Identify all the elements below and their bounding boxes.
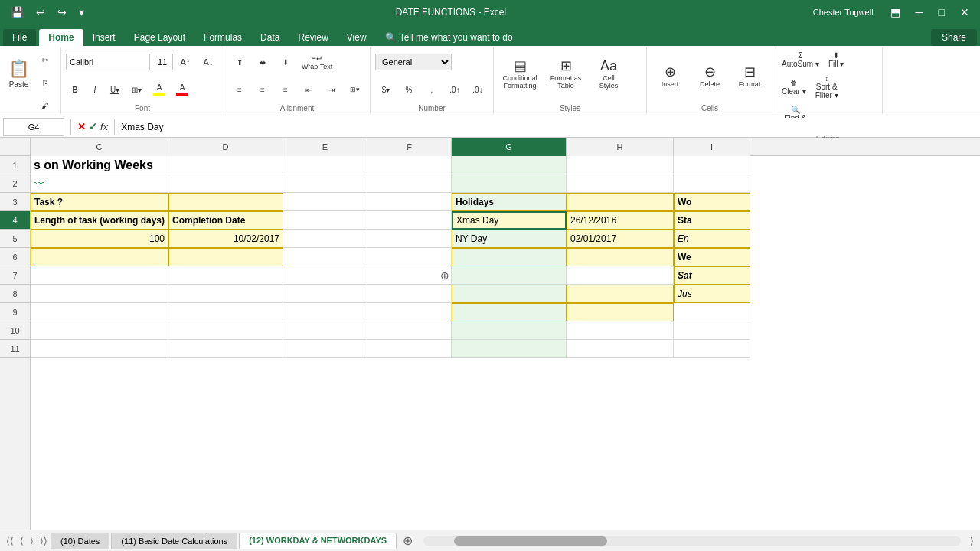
cell-d3[interactable] bbox=[168, 193, 283, 211]
decrease-font-button[interactable]: A↓ bbox=[198, 51, 219, 73]
row-header-11[interactable]: 11 bbox=[0, 340, 30, 358]
format-as-table-button[interactable]: ⊞ Format asTable bbox=[544, 49, 587, 98]
clear-button[interactable]: 🗑 Clear ▾ bbox=[778, 77, 810, 98]
col-header-g[interactable]: G bbox=[452, 138, 567, 156]
tab-review[interactable]: Review bbox=[289, 29, 337, 46]
cell-g8[interactable] bbox=[452, 285, 567, 303]
row-header-6[interactable]: 6 bbox=[0, 248, 30, 266]
cell-e5[interactable] bbox=[283, 230, 368, 248]
col-header-i[interactable]: I bbox=[674, 138, 750, 156]
cell-g3[interactable]: Holidays bbox=[452, 193, 567, 211]
cell-d6[interactable] bbox=[168, 248, 283, 266]
cell-f6[interactable] bbox=[368, 248, 452, 266]
cell-f7[interactable]: ⊕ bbox=[368, 266, 452, 285]
cell-styles-button[interactable]: Aa CellStyles bbox=[590, 49, 627, 98]
cell-h9[interactable] bbox=[567, 303, 674, 321]
tab-page-layout[interactable]: Page Layout bbox=[125, 29, 194, 46]
sheet-first-button[interactable]: ⟨⟨ bbox=[3, 534, 17, 548]
col-header-d[interactable]: D bbox=[168, 138, 283, 156]
align-top-button[interactable]: ⬆ bbox=[229, 51, 250, 73]
undo-button[interactable]: ↩ bbox=[31, 5, 50, 20]
cell-i3[interactable]: Wo bbox=[674, 193, 750, 211]
cell-e1[interactable] bbox=[283, 156, 368, 174]
tab-file[interactable]: File bbox=[3, 29, 36, 46]
fx-label[interactable]: fx bbox=[100, 121, 108, 132]
cell-g2[interactable] bbox=[452, 174, 567, 193]
font-name-input[interactable] bbox=[66, 54, 150, 70]
cell-g7[interactable] bbox=[452, 266, 567, 285]
cell-h5[interactable]: 02/01/2017 bbox=[567, 230, 674, 248]
cell-d7[interactable] bbox=[168, 266, 283, 285]
sheet-prev-button[interactable]: ⟨ bbox=[17, 534, 27, 548]
hscroll-thumb[interactable] bbox=[454, 536, 607, 546]
sort-filter-button[interactable]: ↕ Sort &Filter ▾ bbox=[812, 72, 842, 102]
cell-i4[interactable]: Sta bbox=[674, 211, 750, 230]
tab-view[interactable]: View bbox=[338, 29, 376, 46]
percent-button[interactable]: % bbox=[398, 79, 420, 100]
close-button[interactable]: ✕ bbox=[956, 5, 974, 20]
cell-f2[interactable] bbox=[368, 174, 452, 193]
restore-button[interactable]: □ bbox=[934, 5, 949, 20]
cell-f4[interactable] bbox=[368, 211, 452, 230]
cell-e3[interactable] bbox=[283, 193, 368, 211]
cell-g1[interactable] bbox=[452, 156, 567, 174]
cell-d1[interactable] bbox=[168, 156, 283, 174]
tab-data[interactable]: Data bbox=[251, 29, 289, 46]
col-header-h[interactable]: H bbox=[567, 138, 674, 156]
cell-d10[interactable] bbox=[168, 321, 283, 340]
font-size-input[interactable] bbox=[152, 54, 173, 70]
cell-d8[interactable] bbox=[168, 285, 283, 303]
italic-button[interactable]: I bbox=[86, 79, 104, 100]
cell-c3[interactable]: Task ? bbox=[31, 193, 168, 211]
row-header-9[interactable]: 9 bbox=[0, 303, 30, 321]
cell-d2[interactable] bbox=[168, 174, 283, 193]
align-middle-button[interactable]: ⬌ bbox=[252, 51, 273, 73]
row-header-4[interactable]: 4 bbox=[0, 211, 30, 230]
fill-color-button[interactable]: A bbox=[149, 79, 170, 100]
cell-d4[interactable]: Completion Date bbox=[168, 211, 283, 230]
align-right-button[interactable]: ≡ bbox=[275, 79, 296, 100]
sheet-last-button[interactable]: ⟩⟩ bbox=[37, 534, 51, 548]
cell-g6[interactable] bbox=[452, 248, 567, 266]
cell-h11[interactable] bbox=[567, 340, 674, 358]
cell-f9[interactable] bbox=[368, 303, 452, 321]
increase-decimal-button[interactable]: .0↑ bbox=[444, 79, 466, 100]
name-box[interactable] bbox=[3, 118, 64, 136]
cell-h1[interactable] bbox=[567, 156, 674, 174]
cell-e2[interactable] bbox=[283, 174, 368, 193]
formula-input[interactable] bbox=[118, 118, 980, 136]
sheet-tab-basic[interactable]: (11) Basic Date Calculations bbox=[111, 533, 237, 549]
cell-g5[interactable]: NY Day bbox=[452, 230, 567, 248]
wrap-text-button[interactable]: ≡↵Wrap Text bbox=[298, 51, 336, 73]
row-header-3[interactable]: 3 bbox=[0, 193, 30, 211]
row-header-1[interactable]: 1 bbox=[0, 156, 30, 174]
add-sheet-button[interactable]: ⊕ bbox=[398, 533, 417, 548]
customize-qat-button[interactable]: ▾ bbox=[74, 5, 89, 20]
row-header-10[interactable]: 10 bbox=[0, 321, 30, 340]
tab-home[interactable]: Home bbox=[39, 29, 83, 46]
font-color-button[interactable]: A bbox=[172, 79, 193, 100]
cell-c7[interactable] bbox=[31, 266, 168, 285]
cell-e9[interactable] bbox=[283, 303, 368, 321]
cell-c4[interactable]: Length of task (working days) bbox=[31, 211, 168, 230]
cell-f3[interactable] bbox=[368, 193, 452, 211]
redo-button[interactable]: ↪ bbox=[53, 5, 71, 20]
share-button[interactable]: Share bbox=[931, 29, 977, 46]
cell-f1[interactable] bbox=[368, 156, 452, 174]
merge-center-button[interactable]: ⊞▾ bbox=[344, 79, 365, 100]
row-header-7[interactable]: 7 bbox=[0, 266, 30, 285]
row-header-5[interactable]: 5 bbox=[0, 230, 30, 248]
delete-button[interactable]: ⊖ Delete bbox=[691, 51, 728, 100]
sheet-tab-workday[interactable]: (12) WORKDAY & NETWORKDAYS bbox=[239, 533, 397, 549]
corner-cell[interactable] bbox=[0, 138, 31, 155]
cancel-icon[interactable]: ✕ bbox=[77, 121, 86, 132]
save-button[interactable]: 💾 bbox=[6, 5, 28, 20]
fill-button[interactable]: ⬇ Fill ▾ bbox=[825, 49, 848, 70]
cell-g9[interactable] bbox=[452, 303, 567, 321]
insert-button[interactable]: ⊕ Insert bbox=[652, 51, 688, 100]
cell-h4[interactable]: 26/12/2016 bbox=[567, 211, 674, 230]
cell-d9[interactable] bbox=[168, 303, 283, 321]
cell-i10[interactable] bbox=[674, 321, 750, 340]
align-center-button[interactable]: ≡ bbox=[252, 79, 273, 100]
horizontal-scrollbar[interactable] bbox=[423, 536, 961, 546]
